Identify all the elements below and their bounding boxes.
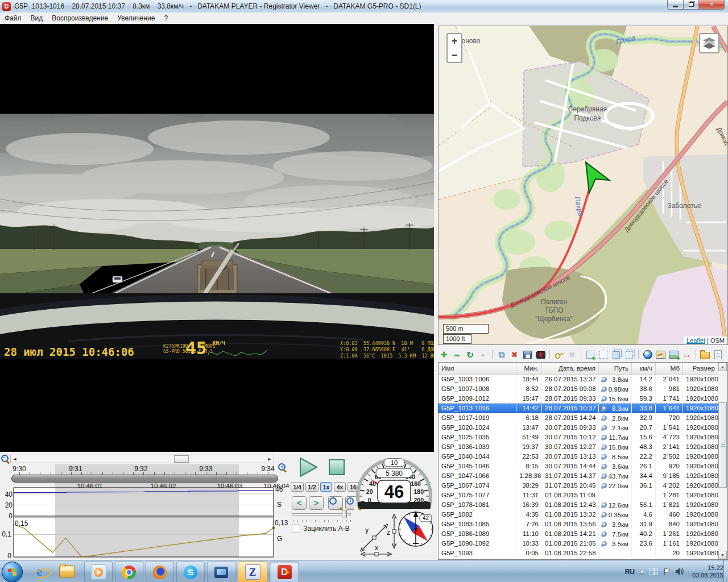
column-speed[interactable]: км/ч — [632, 363, 656, 374]
gps-track-icon — [602, 425, 607, 430]
taskbar-skype[interactable]: S — [176, 562, 205, 582]
select-rect-button[interactable] — [597, 349, 609, 360]
table-row[interactable]: G5P_1090-109210:3301.08.2015 21:053.5км2… — [439, 539, 727, 548]
add-button[interactable]: ✚ — [438, 349, 450, 360]
copy-button[interactable]: ⧉ — [495, 349, 507, 360]
ruler-bar[interactable] — [11, 475, 278, 483]
column-path[interactable]: Путь — [599, 363, 632, 374]
osm-link[interactable]: OSM — [710, 337, 725, 344]
table-row[interactable]: G5P_1067-107438:2931.07.2015 20:4522.0км… — [439, 481, 727, 490]
stop-button[interactable] — [328, 459, 345, 476]
timeline-scroll-thumb[interactable] — [174, 455, 189, 463]
map-export-button[interactable] — [655, 349, 667, 360]
table-row[interactable]: G5P_1009-101215:4728.07.2015 09:3315.6км… — [439, 394, 727, 404]
resize-button[interactable]: ↔ — [681, 349, 693, 360]
scroll-down-button[interactable]: ▼ — [718, 551, 727, 559]
taskbar-chrome[interactable] — [115, 562, 143, 582]
taskbar-firefox[interactable] — [146, 562, 174, 582]
table-row[interactable]: G5P_1025-103551:4930.07.2015 10:1211.7км… — [439, 433, 727, 442]
table-row[interactable]: G5P_1013-101614:4228.07.2015 10:378.3км3… — [439, 404, 727, 413]
table-row[interactable]: G5P_10930:0501.08.2015 22:58201920x1080 — [439, 548, 727, 558]
table-row[interactable]: G5P_1040-104422:5330.07.2015 13:138.5км2… — [439, 452, 727, 462]
table-row[interactable]: G5P_1086-108911:1001.08.2015 14:217.5км4… — [439, 529, 727, 539]
minimize-button[interactable] — [667, 0, 684, 10]
restore-button[interactable] — [684, 0, 699, 10]
layers-icon — [703, 38, 715, 49]
table-row[interactable]: G5P_1078-108116:3901.08.2015 12:4312.6км… — [439, 500, 727, 510]
map-panel[interactable]: фоново Пахра Пахра Серебряная Подкова За… — [438, 26, 728, 345]
table-row[interactable]: G5P_1017-10196:1828.07.2015 14:242.8км32… — [439, 413, 727, 423]
menu-zoom[interactable]: Увеличение — [113, 13, 159, 23]
key-button[interactable] — [553, 349, 565, 360]
table-row[interactable]: G5P_10824:3501.08.2015 13:320.35км4.6460… — [439, 510, 727, 519]
prev-file-button[interactable]: < — [292, 496, 307, 510]
more-button[interactable]: · — [477, 349, 489, 360]
scroll-right-icon[interactable]: ▶ — [266, 455, 274, 463]
table-row[interactable]: G5P_1045-10468:1530.07.2015 14:443.6км26… — [439, 462, 727, 471]
action-center-icon[interactable] — [650, 568, 658, 575]
rate-1x-button[interactable]: 1x — [320, 482, 332, 492]
table-row[interactable]: G5P_1003-100618:4426.07.2015 13:373.8км1… — [439, 375, 727, 384]
save-button[interactable] — [522, 349, 533, 360]
column-minutes[interactable]: Мин. — [516, 363, 542, 374]
video-panel[interactable]: 28 июл 2015 10:46:06 К275РК190 15MBPS G5… — [0, 24, 434, 452]
taskbar-windows-explorer[interactable] — [55, 562, 80, 581]
play-button[interactable] — [297, 456, 319, 478]
loop-ab-checkbox[interactable] — [292, 525, 300, 533]
remove-button[interactable]: ▬ — [451, 349, 463, 360]
taskbar-internet-explorer[interactable]: e — [27, 562, 51, 581]
network-flag-icon[interactable] — [663, 568, 671, 576]
layers-button[interactable] — [699, 33, 719, 53]
stack-copy-button[interactable] — [623, 349, 635, 360]
table-row[interactable]: G5P_1075-107711:3101.08.2015 11:091`2811… — [439, 490, 727, 500]
table-row[interactable]: G5P_1020-102413:4730.07.2015 09:332.1км2… — [439, 423, 727, 433]
zoom-in-button[interactable]: + — [448, 34, 461, 48]
taskbar-z-app[interactable]: Z — [238, 562, 267, 582]
table-row[interactable]: G5P_1036-103919:3730.07.2015 12:2715.8км… — [439, 442, 727, 452]
image-export-button[interactable] — [668, 349, 680, 360]
menu-view[interactable]: Вид — [26, 13, 48, 23]
menu-help[interactable]: ? — [159, 13, 172, 23]
table-row[interactable]: G5P_1047-10661:28:3631.07.2015 14:3743.7… — [439, 471, 727, 481]
next-file-button[interactable]: > — [309, 496, 324, 510]
close-button[interactable]: ✕ — [699, 0, 725, 10]
rate-4x-button[interactable]: 4x — [334, 482, 346, 492]
menu-playback[interactable]: Воспроизведение — [47, 13, 113, 23]
table-scrollbar[interactable]: ▲ ▼ — [718, 363, 727, 559]
timeline-scrollbar[interactable]: ◀ ▶ — [10, 455, 274, 463]
scroll-thumb[interactable] — [718, 402, 727, 488]
column-name[interactable]: Имя — [439, 363, 516, 374]
delete-button[interactable]: ✖ — [508, 349, 520, 360]
volume-icon[interactable] — [676, 568, 685, 575]
zoom-out-button[interactable]: − — [448, 48, 461, 62]
hidden-icons-button[interactable]: ▲ — [640, 569, 644, 574]
google-earth-button[interactable] — [642, 349, 653, 360]
report-button[interactable] — [712, 349, 724, 360]
refresh-button[interactable]: ↻ — [464, 349, 476, 360]
leaflet-link[interactable]: Leaflet — [686, 337, 705, 344]
scroll-up-button[interactable]: ▲ — [718, 363, 727, 371]
open-folder-button[interactable] — [699, 349, 711, 360]
show-desktop-button[interactable] — [723, 560, 728, 582]
taskbar-datakam-player[interactable]: D — [270, 562, 299, 582]
clear-button[interactable]: ✖ — [566, 349, 578, 360]
zoom-out-video-button[interactable] — [328, 496, 343, 510]
taskbar-media-player[interactable] — [84, 562, 113, 582]
slider-thumb[interactable] — [342, 510, 347, 518]
rate-half-button[interactable]: 1/2 — [305, 482, 318, 492]
menu-file[interactable]: Файл — [0, 13, 26, 23]
column-datetime[interactable]: Дата, время — [542, 363, 599, 374]
stack-button[interactable] — [610, 349, 622, 360]
select-add-button[interactable] — [584, 349, 596, 360]
timeline-zoom-out-icon[interactable]: − — [1, 454, 9, 463]
scroll-left-icon[interactable]: ◀ — [11, 455, 19, 463]
language-indicator[interactable]: RU — [625, 568, 635, 576]
taskbar-display-settings[interactable] — [207, 562, 235, 582]
table-row[interactable]: G5P_1083-10857:2601.08.2015 13:563.9км31… — [439, 519, 727, 529]
repair-button[interactable] — [535, 349, 547, 360]
start-button[interactable] — [2, 562, 23, 582]
column-megabytes[interactable]: Мб — [656, 363, 683, 374]
column-size[interactable]: Размер — [683, 363, 718, 374]
table-row[interactable]: G5P_1007-10088:5228.07.2015 09:080.98км3… — [439, 384, 727, 394]
clock[interactable]: 15:22 03.08.2015 — [692, 564, 723, 579]
